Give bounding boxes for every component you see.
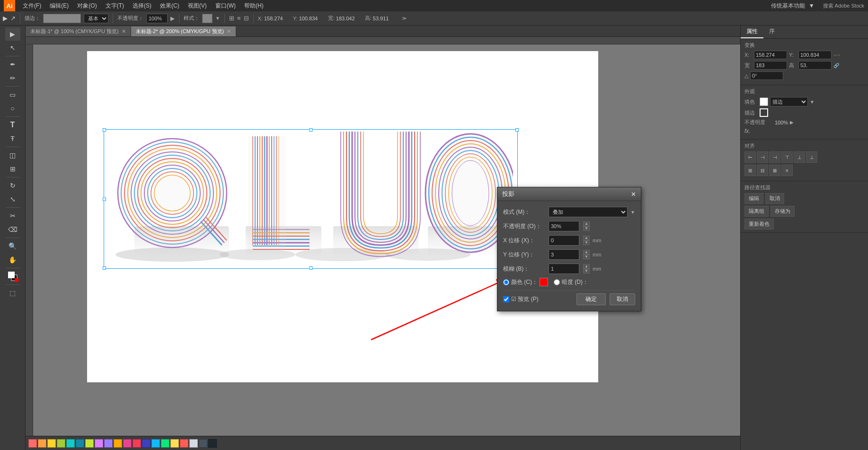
y-offset-input[interactable]	[549, 249, 579, 260]
y-offset-spinner[interactable]: ▲ ▼	[583, 250, 590, 259]
opacity-rp-arrow[interactable]: ▶	[790, 120, 794, 125]
align-bottom-btn[interactable]: ⊥	[806, 151, 817, 163]
preview-checkbox[interactable]	[503, 296, 509, 302]
menu-edit[interactable]: 编辑(E)	[46, 1, 72, 11]
style-arrow[interactable]: ▼	[215, 16, 220, 21]
workspace-label[interactable]: 传统基本功能	[771, 2, 805, 10]
rp-tab-properties[interactable]: 属性	[741, 26, 763, 38]
tool-hand[interactable]: ✋	[5, 253, 20, 266]
swatch-1[interactable]	[38, 439, 46, 448]
rp-w-input[interactable]	[754, 61, 787, 70]
opacity-spinner[interactable]: ▲ ▼	[583, 221, 590, 231]
tool-type[interactable]: T	[5, 118, 20, 132]
edit-btn[interactable]: 编辑	[744, 193, 763, 204]
swatch-15[interactable]	[170, 439, 179, 448]
tool-ellipse[interactable]: ○	[5, 102, 20, 115]
tool-zoom[interactable]: 🔍	[5, 239, 20, 253]
opacity-expand[interactable]: ▶	[170, 15, 175, 22]
more-options-icon[interactable]: ≫	[402, 16, 407, 21]
color-radio-color[interactable]: 颜色 (C)：	[503, 278, 548, 286]
swatch-10[interactable]	[123, 439, 132, 448]
dist-v-btn[interactable]: ⊟	[757, 165, 768, 176]
swatch-19[interactable]	[208, 439, 217, 448]
tool-artboard[interactable]: ⬚	[5, 286, 20, 300]
swatch-6[interactable]	[85, 439, 94, 448]
dark-radio-color[interactable]: 暗度 (D)：	[554, 278, 588, 286]
blur-down[interactable]: ▼	[583, 269, 590, 274]
tool-pencil[interactable]: ✏	[5, 71, 20, 85]
dist-space-btn[interactable]: ⊠	[769, 165, 780, 176]
tool-rotate[interactable]: ↻	[5, 179, 20, 192]
opacity-input[interactable]	[146, 14, 168, 23]
menu-select[interactable]: 选择(S)	[129, 1, 155, 11]
angle-input[interactable]	[750, 71, 783, 80]
dark-radio-input[interactable]	[554, 279, 560, 285]
swatch-17[interactable]	[189, 439, 198, 448]
color-swatch[interactable]	[540, 278, 548, 286]
blur-spinner[interactable]: ▲ ▼	[583, 264, 590, 274]
menu-object[interactable]: 对象(O)	[73, 1, 100, 11]
menu-text[interactable]: 文字(T)	[102, 1, 128, 11]
tool-gradient[interactable]: ◫	[5, 149, 20, 162]
align-icon[interactable]: ≡	[237, 15, 241, 22]
menu-view[interactable]: 视图(V)	[184, 1, 211, 11]
tab-0-close[interactable]: ✕	[122, 28, 126, 35]
stroke-color-box[interactable]	[760, 108, 768, 117]
action-cancel-btn[interactable]: 取消	[765, 193, 784, 204]
swatch-0[interactable]	[28, 439, 37, 448]
fill-color-box[interactable]	[760, 97, 768, 106]
blur-input[interactable]	[549, 264, 579, 274]
workspace-dropdown[interactable]: ▼	[809, 2, 815, 9]
stroke-select[interactable]: 基本	[84, 14, 108, 23]
rp-h-input[interactable]	[798, 61, 832, 70]
search-stock[interactable]: 搜索 Adobe Stock	[823, 2, 864, 9]
swatch-8[interactable]	[104, 439, 113, 448]
swatch-5[interactable]	[76, 439, 84, 448]
ungroup-btn[interactable]: 隔离组	[744, 206, 769, 217]
blur-up[interactable]: ▲	[583, 264, 590, 269]
style-preview[interactable]	[202, 14, 213, 23]
x-offset-input[interactable]	[549, 235, 579, 246]
align-left-btn[interactable]: ⊢	[744, 151, 756, 163]
save-btn[interactable]: 存储为	[771, 206, 795, 217]
tab-1-close[interactable]: ✕	[227, 28, 231, 35]
swatch-14[interactable]	[161, 439, 169, 448]
swatch-13[interactable]	[151, 439, 160, 448]
tool-mesh[interactable]: ⊞	[5, 162, 20, 176]
menu-effect[interactable]: 效果(C)	[156, 1, 183, 11]
opacity-up[interactable]: ▲	[583, 221, 590, 226]
tab-0[interactable]: 未标题-1* @ 100% (CMYK/GPU 预览) ✕	[26, 26, 131, 36]
dist-equal-btn[interactable]: ≡	[781, 165, 793, 176]
dialog-close-icon[interactable]: ✕	[631, 191, 636, 198]
align-center-btn[interactable]: ⊣	[757, 151, 768, 163]
swatch-9[interactable]	[114, 439, 122, 448]
opacity-down[interactable]: ▼	[583, 226, 590, 231]
align-top-btn[interactable]: ⊤	[781, 151, 793, 163]
swatch-3[interactable]	[57, 439, 65, 448]
tool-scissors[interactable]: ✂	[5, 209, 20, 222]
x-offset-down[interactable]: ▼	[583, 240, 590, 245]
dist-h-btn[interactable]: ⊞	[744, 165, 756, 176]
ok-button[interactable]: 确定	[576, 293, 606, 305]
tool-shape[interactable]: ▭	[5, 88, 20, 101]
tool-type-path[interactable]: Ŧ	[5, 132, 20, 145]
tool-eraser[interactable]: ⌫	[5, 223, 20, 236]
swatch-7[interactable]	[95, 439, 103, 448]
tab-1[interactable]: 未标题-2* @ 200% (CMYK/GPU 预览) ✕	[131, 26, 237, 36]
menu-help[interactable]: 帮助(H)	[240, 1, 267, 11]
recolor-btn[interactable]: 重新着色	[744, 219, 774, 229]
fill-select[interactable]: 描边	[770, 97, 808, 106]
x-offset-spinner[interactable]: ▲ ▼	[583, 236, 590, 245]
align-middle-btn[interactable]: ⊥	[794, 151, 805, 163]
swatch-2[interactable]	[47, 439, 56, 448]
stroke-preview[interactable]	[43, 14, 81, 23]
grid-icon[interactable]: ⊞	[229, 15, 234, 22]
tool-pen[interactable]: ✒	[5, 58, 20, 71]
y-offset-down[interactable]: ▼	[583, 255, 590, 259]
x-offset-up[interactable]: ▲	[583, 236, 590, 240]
preview-check[interactable]: ☑ 预览 (P)	[503, 295, 539, 303]
swatch-18[interactable]	[199, 439, 207, 448]
y-offset-up[interactable]: ▲	[583, 250, 590, 255]
swatch-12[interactable]	[142, 439, 151, 448]
rp-y-input[interactable]	[798, 51, 832, 59]
